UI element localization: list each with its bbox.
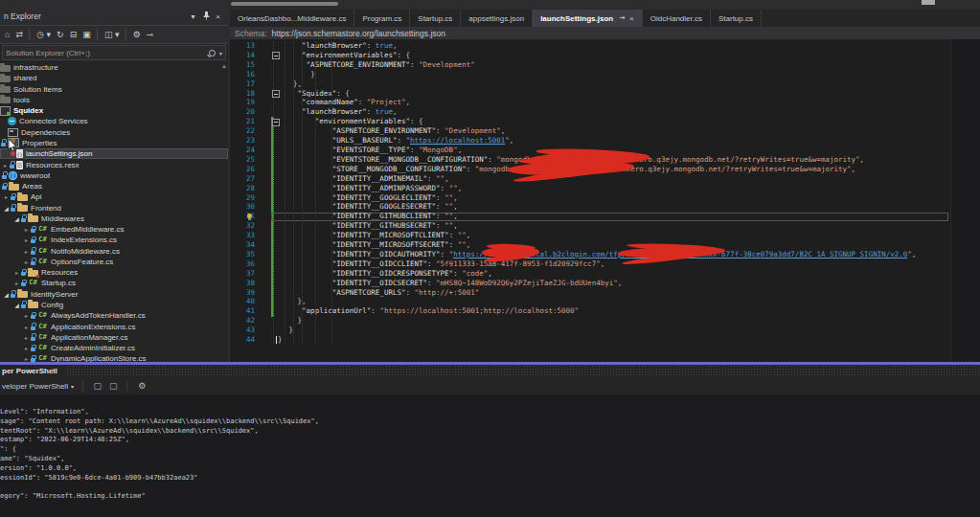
collapsed-arrow-icon[interactable]: ▸ bbox=[2, 162, 9, 169]
code-editor[interactable]: 1314151617181920212223242526272829303132… bbox=[230, 39, 980, 362]
expanded-arrow-icon[interactable]: ◢ bbox=[3, 205, 10, 212]
tree-item-startup-cs[interactable]: ▸C#Startup.cs bbox=[0, 278, 228, 288]
code-line-13[interactable]: "launchBrowser": true, bbox=[276, 41, 916, 51]
collapsed-arrow-icon[interactable]: ▸ bbox=[3, 193, 10, 200]
refresh-icon[interactable]: ↻ bbox=[54, 27, 67, 42]
tree-item-alwaysaddtokenhandler-cs[interactable]: ▸C#AlwaysAddTokenHandler.cs bbox=[0, 310, 228, 321]
tree-item-squidex[interactable]: Squidex bbox=[0, 105, 228, 116]
code-link[interactable]: https://localhost:5001 bbox=[410, 136, 505, 145]
code-link[interactable]: -b77f-38ce079a3dd7/B2C_1A_SIGNUP_SIGNIN/… bbox=[718, 250, 908, 258]
close-tab-icon[interactable]: × bbox=[629, 14, 634, 23]
tree-item-properties[interactable]: Properties bbox=[0, 138, 228, 148]
code-link[interactable]: tal.b2clogin.com/tfp/7 bbox=[536, 250, 630, 258]
tree-item-wwwroot[interactable]: wwwroot bbox=[0, 170, 228, 181]
tree-item-createadmininitializer-cs[interactable]: ▸C#CreateAdminInitializer.cs bbox=[0, 343, 228, 353]
code-cleanup-icon[interactable]: ⊸ bbox=[144, 27, 157, 42]
code-line-39[interactable]: "ASPNETCORE_URLS": "http://+:5001" bbox=[276, 288, 916, 298]
collapsed-arrow-icon[interactable]: ▸ bbox=[23, 236, 30, 243]
search-caret-icon[interactable]: ▾ bbox=[219, 50, 222, 56]
code-line-28[interactable]: "IDENTITY__ADMINPASSWORD": "", bbox=[276, 184, 916, 193]
tree-item-connected-services[interactable]: Connected Services bbox=[0, 116, 228, 126]
close-icon[interactable]: × bbox=[212, 12, 224, 21]
code-line-35[interactable]: "IDENTITY__OIDCAUTHORITY": "https://dxxx… bbox=[276, 250, 916, 259]
tab-program-cs[interactable]: Program.cs bbox=[354, 10, 410, 27]
code-line-19[interactable]: "commandName": "Project", bbox=[276, 98, 916, 107]
fold-collapse-icon[interactable] bbox=[272, 52, 280, 59]
code-line-34[interactable]: "IDENTITY__MICROSOFTSECRET": "", bbox=[276, 240, 916, 250]
code-line-15[interactable]: "ASPNETCORE_ENVIRONMENT": "Development" bbox=[276, 60, 916, 70]
code-line-30[interactable]: "IDENTITY__GOOGLESECRET": "", bbox=[276, 202, 916, 212]
tab-startup-cs[interactable]: Startup.cs bbox=[410, 10, 461, 27]
collapsed-arrow-icon[interactable]: ▸ bbox=[23, 258, 30, 265]
settings-gear-icon[interactable]: ⚙ bbox=[134, 381, 149, 391]
tab-oidchandler-cs[interactable]: OidcHandler.cs bbox=[643, 10, 711, 27]
tree-item-indexextensions-cs[interactable]: ▸C#IndexExtensions.cs bbox=[0, 235, 228, 245]
search-icon[interactable] bbox=[209, 50, 216, 56]
tree-item-areas[interactable]: Areas bbox=[0, 181, 228, 191]
editor-vertical-scrollbar[interactable] bbox=[950, 39, 980, 362]
collapsed-arrow-icon[interactable]: ▸ bbox=[23, 345, 30, 351]
code-line-27[interactable]: "IDENTITY__ADMINEMAIL": "", bbox=[276, 174, 916, 184]
collapse-all-icon[interactable]: ⊟ bbox=[67, 27, 80, 42]
tree-item-resources[interactable]: ▸Resources bbox=[0, 267, 228, 278]
home-icon[interactable]: ⌂ bbox=[2, 27, 12, 42]
tree-item-applicationmanager-cs[interactable]: ▸C#ApplicationManager.cs bbox=[0, 332, 228, 343]
code-line-33[interactable]: "IDENTITY__MICROSOFTCLIENT": "", bbox=[276, 231, 916, 240]
expanded-arrow-icon[interactable]: ◢ bbox=[13, 215, 20, 222]
collapsed-arrow-icon[interactable]: ▸ bbox=[13, 269, 20, 276]
pending-changes-filter-icon[interactable]: ◷ ▾ bbox=[34, 27, 54, 42]
tab-launchsettings-json[interactable]: launchSettings.json⇥× bbox=[533, 10, 643, 27]
collapsed-arrow-icon[interactable]: ▸ bbox=[23, 312, 30, 319]
tree-item-resources-resx[interactable]: ▸Resources.resx bbox=[0, 159, 228, 169]
tree-item-embedmiddleware-cs[interactable]: ▸C#EmbedMiddleware.cs bbox=[0, 224, 228, 235]
code-line-23[interactable]: "URLS__BASEURL": "https://localhost:5001… bbox=[276, 136, 916, 146]
tab-startup-cs[interactable]: Startup.cs bbox=[711, 10, 762, 27]
tree-item-frontend[interactable]: ◢Frontend bbox=[0, 202, 228, 213]
code-line-29[interactable]: "IDENTITY__GOOGLECLIENT": "", bbox=[276, 193, 916, 203]
tab-appsettings-json[interactable]: appsettings.json bbox=[461, 10, 533, 27]
code-line-32[interactable]: "IDENTITY__GITHUBSECRET": "", bbox=[276, 221, 916, 231]
promote-tab-icon[interactable]: ⇥ bbox=[619, 14, 625, 22]
code-line-18[interactable]: "Squidex": { bbox=[276, 89, 916, 99]
panel-tab-developer-powershell[interactable]: per PowerShell bbox=[0, 365, 67, 377]
collapsed-arrow-icon[interactable]: ▸ bbox=[23, 226, 30, 233]
collapsed-arrow-icon[interactable]: ▸ bbox=[23, 248, 30, 255]
code-line-41[interactable]: "applicationUrl": "https://localhost:500… bbox=[276, 306, 916, 316]
show-all-files-icon[interactable]: ⚙ bbox=[130, 27, 144, 42]
code-line-44[interactable]: } bbox=[276, 335, 916, 345]
fold-collapse-icon[interactable] bbox=[272, 119, 280, 126]
code-line-36[interactable]: "IDENTITY__OIDCCLIENT": "5f911333-15a8-4… bbox=[276, 259, 916, 269]
tree-item-identityserver[interactable]: ◢IdentityServer bbox=[0, 289, 228, 300]
tree-item-api[interactable]: ▸Api bbox=[0, 191, 228, 202]
properties-icon[interactable]: ▣ bbox=[80, 27, 94, 42]
tree-item-config[interactable]: ◢Config bbox=[0, 300, 228, 310]
tree-item-shared[interactable]: shared bbox=[0, 73, 228, 83]
tree-item-tools[interactable]: tools bbox=[0, 95, 228, 105]
tree-item-applicationextensions-cs[interactable]: ▸C#ApplicationExtensions.cs bbox=[0, 321, 228, 331]
tree-item-launchsettings-json[interactable]: launchSettings.json bbox=[0, 148, 228, 159]
tree-item-middlewares[interactable]: ◢Middlewares bbox=[0, 214, 228, 224]
tree-item-solution-items[interactable]: Solution Items bbox=[0, 84, 228, 95]
collapsed-arrow-icon[interactable]: ▸ bbox=[23, 324, 30, 330]
switch-views-icon[interactable]: ⇄ bbox=[12, 27, 26, 42]
tree-item-infrastructure[interactable]: infrastructure bbox=[0, 62, 228, 73]
code-line-22[interactable]: "ASPNETCORE_ENVIRONMENT": "Development", bbox=[276, 126, 916, 136]
code-line-42[interactable]: } bbox=[276, 316, 916, 326]
collapsed-arrow-icon[interactable]: ▸ bbox=[13, 280, 20, 286]
code-line-40[interactable]: }, bbox=[276, 297, 916, 306]
code-line-14[interactable]: "environmentVariables": { bbox=[276, 51, 916, 60]
code-line-37[interactable]: "IDENTITY__OIDCRESPONSETYPE": "code", bbox=[276, 269, 916, 279]
fold-collapse-icon[interactable] bbox=[272, 90, 280, 98]
code-line-17[interactable]: }, bbox=[276, 79, 916, 89]
tree-item-dependencies[interactable]: Dependencies bbox=[0, 127, 228, 138]
code-line-16[interactable]: } bbox=[276, 70, 916, 79]
expanded-arrow-icon[interactable]: ◢ bbox=[3, 291, 10, 298]
code-line-38[interactable]: "IDENTITY__OIDCSECRET": "mHS8Q~148WoD92Q… bbox=[276, 279, 916, 288]
preview-selected-items-icon[interactable]: ◫ ▾ bbox=[102, 27, 123, 42]
terminal-profile-caret-icon[interactable]: ▾ bbox=[71, 383, 74, 390]
copy-icon[interactable]: ▢ bbox=[90, 381, 106, 391]
expanded-arrow-icon[interactable]: ◢ bbox=[13, 302, 20, 308]
tree-item-notifomiddleware-cs[interactable]: ▸C#NotifoMiddleware.cs bbox=[0, 246, 228, 257]
code-line-31[interactable]: "IDENTITY__GITHUBCLIENT": "", bbox=[276, 212, 916, 221]
code-line-21[interactable]: "environmentVariables": { bbox=[276, 117, 916, 126]
